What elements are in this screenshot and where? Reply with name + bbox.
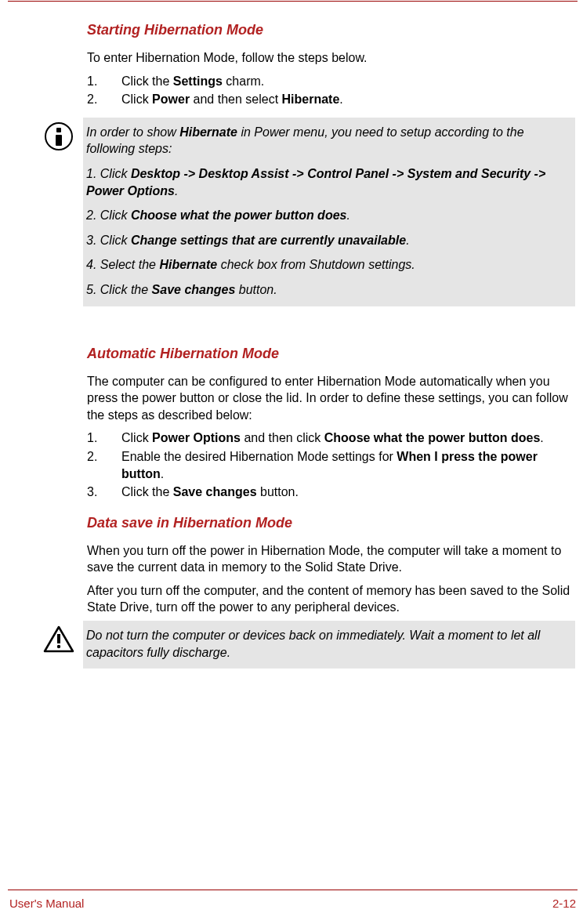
- paragraph: When you turn off the power in Hibernati…: [87, 542, 575, 576]
- footer-rule: [8, 890, 578, 890]
- footer-text-row: User's Manual 2-12: [8, 897, 578, 910]
- note-icon-column: [34, 118, 83, 306]
- caution-note-block: Do not turn the computer or devices back…: [34, 621, 575, 669]
- step-text: Click Power Options and then click Choos…: [121, 431, 544, 444]
- step-text: Click the Save changes button.: [121, 485, 299, 498]
- note-paragraph: In order to show Hibernate in Power menu…: [86, 124, 569, 158]
- steps-list-1: 1. Click the Settings charm. 2. Click Po…: [87, 73, 575, 108]
- step-text: Click the Settings charm.: [121, 74, 264, 88]
- paragraph: After you turn off the computer, and the…: [87, 582, 575, 616]
- page-content: Starting Hibernation Mode To enter Hiber…: [0, 0, 583, 669]
- section-automatic-hibernation: Automatic Hibernation Mode The computer …: [87, 328, 575, 501]
- list-item: 2. Click Power and then select Hibernate…: [87, 91, 575, 108]
- step-number: 1.: [87, 429, 97, 447]
- note-paragraph: 1. Click Desktop -> Desktop Assist -> Co…: [86, 165, 569, 199]
- footer-title: User's Manual: [9, 897, 84, 910]
- step-number: 2.: [87, 448, 97, 466]
- note-icon-column: [34, 621, 83, 669]
- svg-rect-1: [57, 634, 60, 643]
- section-data-save: Data save in Hibernation Mode When you t…: [87, 510, 575, 616]
- footer-page-number: 2-12: [552, 897, 576, 910]
- section-starting-hibernation: Starting Hibernation Mode To enter Hiber…: [87, 22, 575, 108]
- steps-list-2: 1. Click Power Options and then click Ch…: [87, 429, 575, 500]
- note-body: In order to show Hibernate in Power menu…: [83, 118, 575, 306]
- intro-text: To enter Hibernation Mode, follow the st…: [87, 49, 575, 67]
- list-item: 3. Click the Save changes button.: [87, 484, 575, 501]
- note-paragraph: Do not turn the computer or devices back…: [86, 627, 569, 661]
- note-body: Do not turn the computer or devices back…: [83, 621, 575, 669]
- svg-point-2: [57, 645, 60, 648]
- list-item: 1. Click Power Options and then click Ch…: [87, 429, 575, 447]
- info-icon: [45, 122, 73, 150]
- note-paragraph: 5. Click the Save changes button.: [86, 281, 569, 299]
- step-number: 1.: [87, 73, 97, 90]
- list-item: 2. Enable the desired Hibernation Mode s…: [87, 448, 575, 482]
- note-paragraph: 4. Select the Hibernate check box from S…: [86, 256, 569, 274]
- step-number: 2.: [87, 91, 97, 108]
- heading-automatic-hibernation: Automatic Hibernation Mode: [87, 346, 575, 362]
- page-top-rule: [8, 1, 578, 2]
- caution-icon: [43, 625, 74, 654]
- note-paragraph: 3. Click Change settings that are curren…: [86, 232, 569, 249]
- step-text: Click Power and then select Hibernate.: [121, 92, 343, 106]
- heading-starting-hibernation: Starting Hibernation Mode: [87, 22, 575, 38]
- intro-text: The computer can be configured to enter …: [87, 373, 575, 424]
- list-item: 1. Click the Settings charm.: [87, 73, 575, 90]
- step-number: 3.: [87, 484, 97, 501]
- heading-data-save: Data save in Hibernation Mode: [87, 515, 575, 531]
- info-note-block: In order to show Hibernate in Power menu…: [34, 118, 575, 306]
- page-footer: User's Manual 2-12: [8, 890, 578, 910]
- note-paragraph: 2. Click Choose what the power button do…: [86, 207, 569, 224]
- step-text: Enable the desired Hibernation Mode sett…: [121, 450, 538, 480]
